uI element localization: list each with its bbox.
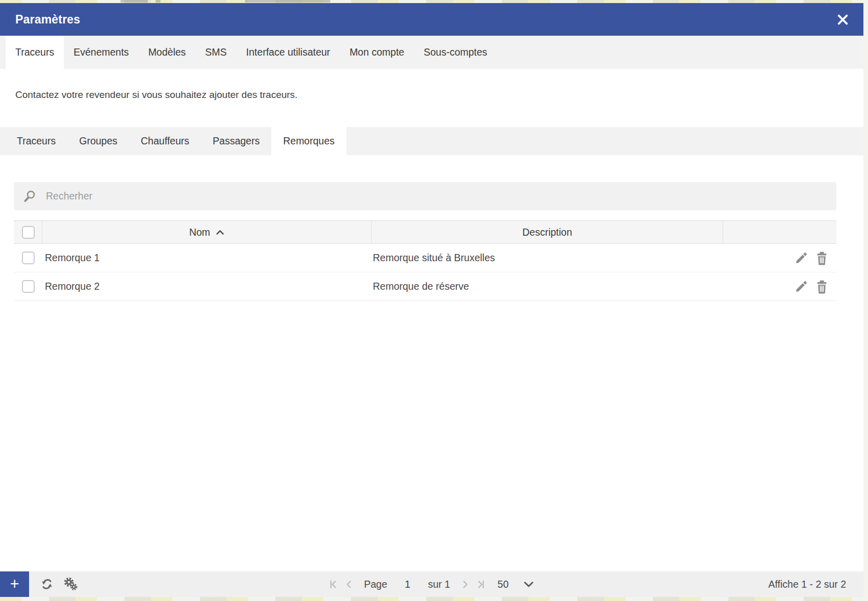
page-number-input[interactable]	[396, 578, 419, 591]
first-page-button[interactable]	[329, 580, 338, 589]
tab-mon-compte[interactable]: Mon compte	[340, 36, 414, 69]
prev-page-icon	[345, 580, 353, 589]
row-actions	[723, 272, 836, 300]
table-row: Remorque 2 Remorque de réserve	[14, 272, 836, 301]
tab-modeles[interactable]: Modèles	[139, 36, 196, 69]
refresh-button[interactable]	[40, 577, 54, 591]
reseller-notice: Contactez votre revendeur si vous souhai…	[15, 89, 848, 101]
dialog-title: Paramètres	[15, 13, 80, 27]
prev-page-button[interactable]	[345, 580, 353, 589]
table-row: Remorque 1 Remorque situé à Bruxelles	[14, 244, 836, 272]
tab-interface-utilisateur[interactable]: Interface utilisateur	[237, 36, 340, 69]
map-label-fragment	[156, 0, 161, 3]
tab-sms[interactable]: SMS	[195, 36, 236, 69]
delete-button[interactable]	[815, 251, 828, 265]
pencil-icon	[795, 280, 808, 293]
row-description: Remorque situé à Bruxelles	[371, 244, 723, 272]
table-header-row: Nom Description	[14, 220, 836, 244]
column-header-nom[interactable]: Nom	[42, 221, 371, 243]
trash-icon	[815, 280, 828, 294]
row-cell-select	[14, 244, 42, 272]
sort-ascending-icon	[216, 230, 224, 235]
select-all-checkbox[interactable]	[22, 226, 35, 239]
sub-tab-bar: Traceurs Groupes Chauffeurs Passagers Re…	[0, 127, 863, 155]
header-cell-select	[14, 221, 42, 243]
row-description: Remorque de réserve	[371, 272, 723, 300]
trash-icon	[815, 251, 828, 265]
subtab-remorques[interactable]: Remorques	[271, 127, 346, 155]
gears-icon	[63, 577, 78, 591]
column-header-description[interactable]: Description	[371, 221, 723, 243]
map-label-fragment	[120, 0, 148, 3]
column-header-description-label: Description	[522, 227, 572, 238]
page-size-value: 50	[498, 579, 509, 590]
subtab-passagers[interactable]: Passagers	[201, 127, 271, 155]
tab-traceurs[interactable]: Traceurs	[6, 36, 64, 69]
refresh-icon	[40, 577, 54, 591]
first-page-icon	[329, 580, 338, 589]
row-cell-select	[14, 272, 42, 300]
edit-button[interactable]	[795, 280, 808, 293]
header-cell-actions	[723, 221, 836, 243]
subtab-groupes[interactable]: Groupes	[67, 127, 129, 155]
tab-sous-comptes[interactable]: Sous-comptes	[414, 36, 497, 69]
pagination: Page sur 1 50	[329, 578, 534, 591]
row-checkbox[interactable]	[22, 252, 35, 264]
tab-content: Contactez votre revendeur si vous souhai…	[0, 69, 863, 571]
column-header-nom-label: Nom	[189, 227, 210, 238]
map-label-fragment	[245, 0, 330, 3]
main-tab-bar: Traceurs Evénements Modèles SMS Interfac…	[0, 36, 863, 69]
subtab-traceurs[interactable]: Traceurs	[5, 127, 67, 155]
map-background: Paramètres Traceurs Evénements Modèles S…	[0, 0, 868, 601]
dialog-titlebar: Paramètres	[0, 3, 863, 36]
row-checkbox[interactable]	[22, 280, 35, 293]
chevron-down-icon	[523, 581, 534, 588]
page-size-dropdown[interactable]	[523, 581, 534, 588]
search-icon	[22, 189, 37, 204]
search-input[interactable]	[45, 190, 836, 203]
delete-button[interactable]	[815, 280, 828, 294]
settings-dialog: Paramètres Traceurs Evénements Modèles S…	[0, 3, 863, 597]
add-button[interactable]: +	[0, 571, 29, 597]
footer-toolbar: +	[0, 571, 863, 597]
last-page-icon	[476, 580, 485, 589]
search-bar	[14, 182, 836, 210]
grid-settings-button[interactable]	[63, 577, 78, 591]
close-icon	[837, 14, 849, 26]
last-page-button[interactable]	[476, 580, 485, 589]
edit-button[interactable]	[795, 251, 808, 265]
page-count-label: sur 1	[428, 579, 450, 590]
pencil-icon	[795, 251, 808, 265]
tab-evenements[interactable]: Evénements	[64, 36, 138, 69]
row-name: Remorque 2	[42, 272, 371, 300]
trailers-table: Nom Description Remorque 1 Re	[14, 220, 836, 301]
close-button[interactable]	[835, 12, 851, 28]
next-page-icon	[461, 580, 470, 589]
row-name: Remorque 1	[42, 244, 371, 272]
row-actions	[723, 244, 836, 272]
subtab-chauffeurs[interactable]: Chauffeurs	[129, 127, 201, 155]
records-summary: Affiche 1 - 2 sur 2	[769, 579, 846, 590]
next-page-button[interactable]	[461, 580, 470, 589]
page-label: Page	[364, 579, 388, 590]
